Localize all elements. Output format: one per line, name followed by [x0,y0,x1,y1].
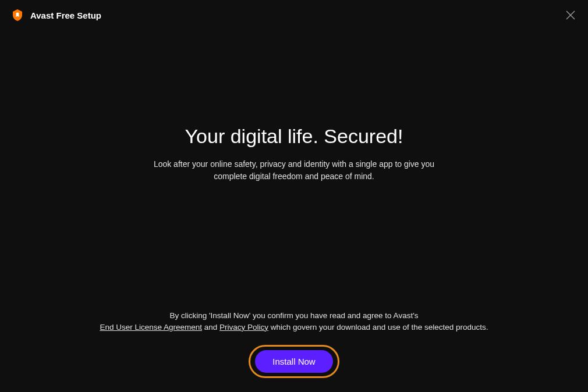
legal-and: and [202,323,219,332]
footer: By clicking 'Install Now' you confirm yo… [0,310,588,379]
header-left: Avast Free Setup [10,8,101,22]
privacy-policy-link[interactable]: Privacy Policy [219,323,268,332]
subtext: Look after your online safety, privacy a… [148,158,440,183]
legal-post: which govern your download and use of th… [268,323,488,332]
eula-link[interactable]: End User License Agreement [100,323,202,332]
close-button[interactable] [564,8,578,22]
avast-logo-icon [10,8,24,22]
app-title: Avast Free Setup [30,10,101,20]
legal-text: By clicking 'Install Now' you confirm yo… [0,310,588,334]
install-now-button[interactable]: Install Now [255,350,332,373]
legal-pre: By clicking 'Install Now' you confirm yo… [170,311,419,320]
main-content: Your digital life. Secured! Look after y… [0,125,588,183]
headline: Your digital life. Secured! [0,125,588,148]
install-button-highlight: Install Now [249,345,339,378]
header-bar: Avast Free Setup [0,0,588,30]
